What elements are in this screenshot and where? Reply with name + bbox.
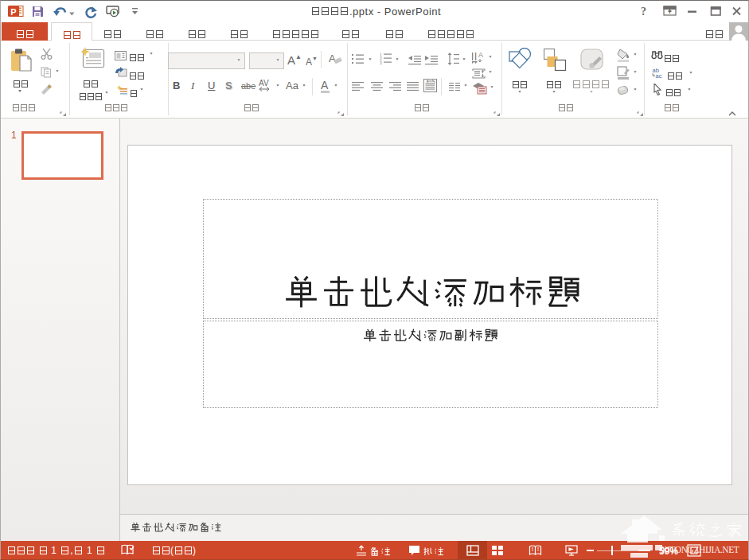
svg-text:ac: ac — [656, 72, 662, 78]
svg-text:A: A — [329, 52, 336, 64]
svg-text:AV: AV — [259, 79, 269, 88]
svg-text:3: 3 — [380, 60, 382, 64]
svg-text:P: P — [10, 7, 16, 17]
svg-text:?: ? — [641, 6, 646, 18]
svg-text:A: A — [478, 51, 483, 59]
